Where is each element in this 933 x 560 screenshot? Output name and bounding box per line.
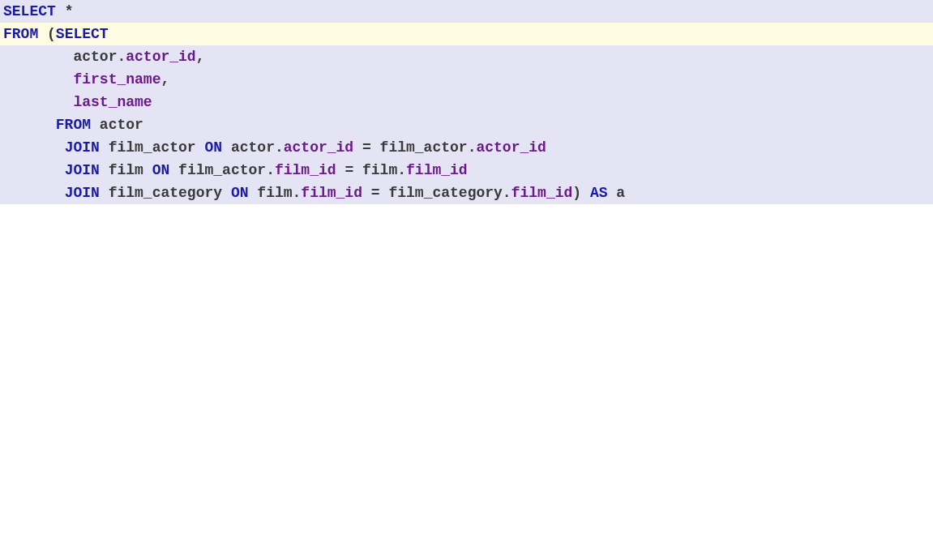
table-actor: actor: [100, 117, 143, 133]
column-film-id: film_id: [406, 162, 468, 178]
comma: ,: [160, 71, 169, 88]
keyword-on: ON: [152, 162, 170, 178]
code-line: JOIN film_actor ON actor.actor_id = film…: [0, 136, 933, 159]
keyword-join: JOIN: [65, 162, 100, 178]
keyword-on: ON: [205, 139, 223, 156]
table-film: film: [257, 185, 292, 201]
dot: .: [468, 139, 477, 156]
code-line: JOIN film_category ON film.film_id = fil…: [0, 182, 933, 204]
column-first-name: first_name: [73, 71, 160, 88]
keyword-from: FROM: [56, 117, 91, 133]
dot: .: [266, 162, 275, 178]
alias-a: a: [616, 185, 625, 201]
table-film-actor: film_actor: [109, 139, 196, 156]
equals: =: [345, 162, 353, 178]
keyword-join: JOIN: [65, 139, 100, 156]
code-line: last_name: [0, 91, 933, 113]
dot: .: [275, 139, 284, 156]
keyword-from: FROM: [3, 26, 38, 42]
dot: .: [293, 185, 302, 201]
comma: ,: [196, 49, 205, 65]
table-actor: actor: [231, 139, 275, 156]
table-film: film: [109, 162, 143, 178]
code-line: first_name,: [0, 68, 933, 91]
column-film-id: film_id: [275, 162, 336, 178]
code-line: FROM actor: [0, 113, 933, 136]
column-actor-id: actor_id: [476, 139, 546, 156]
keyword-select: SELECT: [3, 3, 56, 19]
dot: .: [503, 185, 511, 201]
column-film-id: film_id: [301, 185, 362, 201]
paren-close: ): [572, 185, 581, 201]
column-actor-id: actor_id: [284, 139, 353, 156]
table-actor: actor: [73, 49, 117, 65]
table-film-category: film_category: [388, 185, 502, 201]
dot: .: [397, 162, 406, 178]
star-wildcard: *: [65, 3, 74, 19]
code-line: SELECT *: [0, 0, 933, 23]
column-film-id: film_id: [511, 185, 573, 201]
table-film-actor: film_actor: [380, 139, 468, 156]
keyword-join: JOIN: [65, 185, 100, 201]
paren-open: (: [47, 26, 56, 42]
column-last-name: last_name: [73, 94, 152, 110]
keyword-as: AS: [590, 185, 608, 201]
code-line: actor.actor_id,: [0, 45, 933, 68]
table-film-category: film_category: [109, 185, 222, 201]
code-line: JOIN film ON film_actor.film_id = film.f…: [0, 159, 933, 182]
keyword-on: ON: [231, 185, 249, 201]
keyword-select: SELECT: [56, 26, 109, 42]
table-film-actor: film_actor: [178, 162, 266, 178]
equals: =: [362, 139, 371, 156]
table-film: film: [362, 162, 397, 178]
code-line: FROM (SELECT: [0, 23, 933, 45]
equals: =: [371, 185, 380, 201]
sql-editor[interactable]: SELECT * FROM (SELECT actor.actor_id, fi…: [0, 0, 933, 204]
dot: .: [117, 49, 126, 65]
column-actor-id: actor_id: [126, 49, 195, 65]
